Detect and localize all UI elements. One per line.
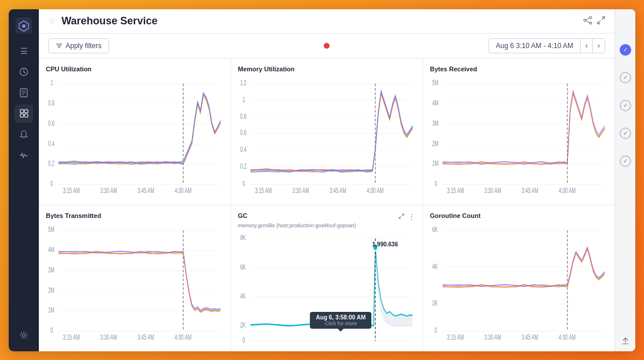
time-prev-button[interactable]: ‹ — [581, 38, 593, 53]
svg-text:0: 0 — [435, 326, 437, 334]
svg-text:1M: 1M — [48, 306, 55, 314]
svg-text:3:15 AM: 3:15 AM — [63, 333, 80, 341]
svg-text:3:45 AM: 3:45 AM — [330, 187, 346, 194]
sidebar-item-menu[interactable]: ☰ — [15, 42, 33, 60]
right-panel: ✓ ✓ ✓ ✓ ✓ — [614, 9, 635, 351]
time-range-button[interactable]: Aug 6 3:10 AM - 4:10 AM — [489, 38, 581, 53]
panel-check-5[interactable]: ✓ — [620, 155, 631, 167]
svg-text:3:15 AM: 3:15 AM — [447, 333, 464, 341]
svg-text:3:45 AM: 3:45 AM — [522, 333, 538, 341]
tooltip-action: Click for more — [316, 321, 366, 326]
chart-memory-title: Memory Utilization — [238, 66, 415, 72]
svg-text:0: 0 — [50, 326, 53, 334]
app-logo[interactable] — [15, 16, 33, 35]
time-next-button[interactable]: › — [593, 38, 605, 53]
chart-gc-expand-icon[interactable] — [399, 213, 404, 220]
svg-text:0: 0 — [243, 180, 245, 187]
chart-gc-tooltip[interactable]: Aug 6, 3:58:00 AM Click for more — [310, 312, 372, 332]
chart-cpu-area: 1 0.8 0.6 0.4 0.2 0 — [46, 75, 223, 198]
chart-bytes-transmitted: Bytes Transmitted 5M 4M 3M 2M 1M 0 — [39, 205, 230, 351]
svg-text:3:15 AM: 3:15 AM — [63, 187, 80, 194]
chart-cpu-title: CPU Utilization — [46, 66, 223, 72]
svg-text:3:30 AM: 3:30 AM — [292, 187, 309, 194]
svg-text:4M: 4M — [432, 99, 439, 107]
share-icon[interactable] — [583, 16, 592, 26]
expand-icon[interactable] — [597, 16, 605, 26]
chart-gc-area: 1,990.636 8K 6K 4K 2K 0 — [238, 230, 415, 344]
panel-check-2[interactable]: ✓ — [620, 72, 631, 83]
panel-check-3[interactable]: ✓ — [620, 100, 631, 111]
header-right — [583, 16, 605, 26]
apply-filters-button[interactable]: Apply filters — [48, 38, 109, 53]
svg-line-17 — [602, 17, 605, 20]
svg-text:3:45 AM: 3:45 AM — [327, 343, 343, 344]
svg-text:0.6: 0.6 — [240, 129, 247, 136]
live-indicator — [324, 43, 330, 49]
svg-text:0: 0 — [50, 180, 53, 187]
svg-text:3:30 AM: 3:30 AM — [484, 333, 501, 341]
svg-text:0.6: 0.6 — [48, 119, 55, 127]
svg-text:2K: 2K — [432, 299, 438, 307]
sidebar-item-settings[interactable] — [15, 326, 33, 344]
favorite-icon[interactable]: ☆ — [48, 16, 56, 26]
sidebar-item-clock[interactable] — [15, 63, 33, 81]
svg-point-13 — [589, 22, 592, 24]
svg-point-14 — [584, 19, 586, 21]
chart-goroutine-title: Goroutine Count — [430, 212, 607, 219]
svg-text:3M: 3M — [432, 119, 439, 127]
svg-text:3:30 AM: 3:30 AM — [100, 187, 117, 194]
chart-gc-menu-icon[interactable]: ⋮ — [408, 212, 415, 221]
svg-text:3:30 AM: 3:30 AM — [100, 333, 117, 341]
svg-text:4:00 AM: 4:00 AM — [364, 343, 381, 344]
chart-bytes-transmitted-title: Bytes Transmitted — [46, 212, 223, 219]
svg-text:3:45 AM: 3:45 AM — [138, 187, 154, 194]
svg-text:5M: 5M — [48, 226, 55, 233]
svg-rect-10 — [24, 114, 28, 118]
sidebar-item-doc[interactable] — [15, 83, 33, 102]
svg-point-12 — [589, 16, 592, 19]
svg-text:4K: 4K — [240, 292, 246, 300]
chart-gc-title: GC — [238, 212, 248, 219]
svg-text:3:15 AM: 3:15 AM — [255, 187, 272, 194]
svg-text:0.2: 0.2 — [48, 159, 55, 167]
svg-text:4:00 AM: 4:00 AM — [175, 187, 191, 194]
svg-text:4:00 AM: 4:00 AM — [367, 187, 383, 194]
svg-text:3:45 AM: 3:45 AM — [522, 187, 538, 194]
svg-text:0.2: 0.2 — [240, 162, 247, 170]
chart-bytes-received-area: 5M 4M 3M 2M 1M 0 — [430, 75, 607, 198]
header: ☆ Warehouse Service — [39, 9, 614, 34]
svg-text:2M: 2M — [48, 286, 55, 293]
toolbar: Apply filters Aug 6 3:10 AM - 4:10 AM ‹ … — [39, 34, 614, 59]
panel-bottom-icon[interactable] — [621, 337, 629, 347]
sidebar-item-grid[interactable] — [15, 104, 33, 123]
header-left: ☆ Warehouse Service — [48, 15, 157, 27]
svg-text:3:45 AM: 3:45 AM — [138, 333, 154, 341]
chart-gc-value: 1,990.636 — [372, 241, 399, 248]
page-title: Warehouse Service — [61, 15, 157, 27]
sidebar-item-activity[interactable] — [15, 146, 33, 165]
chart-goroutine-area: 6K 4K 2K 0 3:15 AM — [430, 221, 607, 344]
svg-point-11 — [23, 333, 26, 336]
svg-text:1.2: 1.2 — [240, 79, 247, 86]
panel-check-4[interactable]: ✓ — [620, 128, 631, 139]
main-content: ☆ Warehouse Service — [39, 9, 614, 351]
svg-text:4:00 AM: 4:00 AM — [559, 333, 576, 341]
svg-rect-7 — [20, 110, 24, 113]
svg-line-15 — [586, 17, 590, 19]
svg-text:1M: 1M — [432, 159, 439, 167]
chart-gc: GC ⋮ memory.gcmillis (hos — [231, 205, 422, 351]
svg-text:3:15 AM: 3:15 AM — [447, 187, 464, 194]
svg-text:3:30 AM: 3:30 AM — [292, 343, 309, 344]
svg-text:6K: 6K — [432, 226, 438, 233]
chart-bytes-transmitted-area: 5M 4M 3M 2M 1M 0 — [46, 221, 223, 344]
svg-text:5M: 5M — [432, 79, 439, 86]
svg-text:4:00 AM: 4:00 AM — [175, 333, 191, 341]
svg-text:0: 0 — [435, 180, 437, 187]
time-range-selector: Aug 6 3:10 AM - 4:10 AM ‹ › — [489, 38, 605, 53]
svg-text:0.8: 0.8 — [48, 99, 55, 107]
svg-text:3M: 3M — [48, 266, 55, 274]
app-container: ☰ — [9, 9, 635, 351]
chart-bytes-received-title: Bytes Received — [430, 66, 607, 72]
sidebar-item-bell[interactable] — [15, 125, 33, 144]
panel-check-1[interactable]: ✓ — [620, 44, 631, 56]
